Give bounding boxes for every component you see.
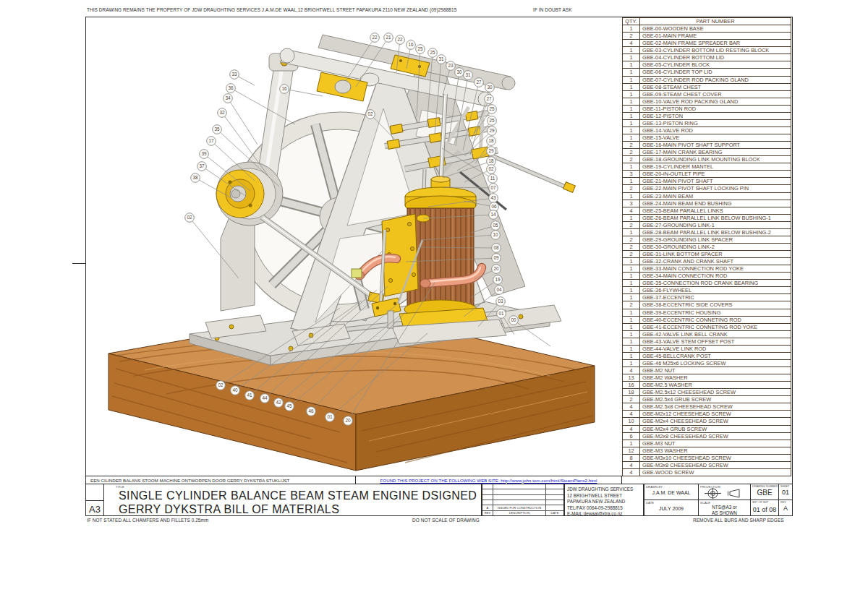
qty-cell: 2 — [623, 236, 640, 243]
part-number-cell: GBE-M2 NUT — [640, 367, 791, 374]
qty-cell: 4 — [623, 469, 640, 476]
part-number-cell: GBE-30-GROUNDING LINK-2 — [640, 244, 791, 250]
table-row: 2GBE-01-MAIN FRAME — [623, 32, 791, 39]
drawing-sheet: THIS DRAWING REMAINS THE PROPERTY OF JDW… — [0, 0, 868, 613]
part-number-cell: GBE-M3x10 CHEESEHEAD SCREW — [640, 455, 791, 461]
qty-cell: 2 — [623, 142, 640, 148]
qty-cell: 1 — [623, 273, 640, 279]
qty-cell: 1 — [623, 353, 640, 359]
balloon-number: 18 — [488, 158, 494, 163]
qty-cell: 2 — [623, 222, 640, 228]
part-number-cell: GBE-05-CYLINDER BLOCK — [640, 61, 791, 68]
sheet-size: A3 — [86, 500, 103, 515]
qty-cell: 1 — [623, 91, 640, 98]
part-number-cell: GBE-22-MAIN PIVOT SHAFT LOCKING PIN — [640, 185, 791, 192]
balloon-number: 33 — [231, 72, 237, 77]
balloon-number: 25 — [489, 118, 495, 123]
part-number-cell: GBE-10-VALVE ROD PACKING GLAND — [640, 98, 791, 105]
part-number-cell: GBE-M2x8 CHEESEHEAD SCREW — [640, 433, 791, 440]
table-row: 2GBE-27-GROUNDING LINK-1 — [623, 221, 791, 228]
qty-cell: 8 — [623, 455, 640, 461]
part-number-cell: GBE-20-IN-OUTLET PIPE — [640, 171, 791, 177]
part-number-cell: GBE-36-FLYWHEEL — [640, 287, 791, 293]
balloon-number: 03 — [498, 299, 503, 304]
part-number-cell: GBE-21-MAIN PIVOT SHAFT — [640, 178, 791, 184]
company-email: E-MAIL:dewaal@xtra.co.nz — [567, 511, 643, 518]
qty-cell: 1 — [623, 54, 640, 61]
balloon-number: 05 — [493, 223, 498, 228]
part-number-cell: GBE-M2.5x4 GRUB SCREW — [640, 396, 791, 403]
table-row: 1GBE-12-PISTON — [623, 112, 791, 119]
table-row: 1GBE-34-MAIN CONNECTION ROD — [623, 272, 791, 279]
table-row: 1GBE-42-VALVE LINK BELL CRANK — [623, 330, 791, 338]
balloon-number: 39 — [201, 151, 207, 156]
part-number-cell: GBE-19-CYLINDER MANTEL — [640, 163, 791, 170]
balloon-number: 01 — [498, 311, 504, 316]
table-row: 1GBE-14-VALVE ROD — [623, 127, 791, 134]
table-row: 8GBE-M3x10 CHEESEHEAD SCREW — [623, 454, 791, 461]
balloon-number: 22 — [372, 35, 378, 40]
balloon-number: 23 — [448, 63, 454, 68]
table-row: 1GBE-23-MAIN BEAM — [623, 192, 791, 200]
table-row: 2GBE-18-GROUNDING LINK MOUNTING BLOCK — [623, 155, 791, 163]
balloon-number: 02 — [367, 111, 373, 116]
qty-cell: 4 — [623, 207, 640, 214]
scale-line1: NTS@A3 or — [699, 505, 750, 510]
qty-cell: 1 — [623, 331, 640, 338]
qty-cell: 1 — [623, 346, 640, 352]
part-number-cell: GBE-35-CONNECTION ROD CRANK BEARING — [640, 280, 791, 286]
balloon-number: 32 — [219, 110, 225, 115]
qty-cell: 1 — [623, 134, 640, 141]
part-number-cell: PART NUMBER — [640, 18, 791, 25]
table-row: 2GBE-38-ECCENTRIC SIDE COVERS — [623, 301, 791, 308]
part-number-cell: GBE-M2.5 WASHER — [640, 382, 791, 388]
qty-cell: 1 — [623, 98, 640, 105]
date-cell: DATE JULY 2009 — [644, 500, 699, 516]
balloon-number: 10 — [493, 232, 498, 237]
part-number-cell: GBE-12-PISTON — [640, 113, 791, 119]
third-angle-projection-icon — [703, 487, 748, 500]
balloon-number: 25 — [417, 46, 423, 51]
part-number-cell: GBE-14-VALVE ROD — [640, 127, 791, 134]
table-row: 1GBE-03-CYLINDER BOTTOM LID RESTING BLOC… — [623, 46, 791, 53]
table-row: 1GBE-10-VALVE ROD PACKING GLAND — [623, 98, 791, 105]
table-row: 1GBE-45-BELLCRANK POST — [623, 352, 791, 359]
part-number-cell: GBE-M2x4 CHEESEHEAD SCREW — [640, 418, 791, 424]
balloon-number: 41 — [247, 393, 252, 398]
part-number-cell: GBE-34-MAIN CONNECTION ROD — [640, 273, 791, 279]
part-number-cell: GBE-01-MAIN FRAME — [640, 33, 791, 39]
table-header-row: QTY.PART NUMBER — [623, 18, 791, 25]
balloon-number: 14 — [490, 212, 496, 217]
part-number-cell: GBE-15-VALVE — [640, 134, 791, 141]
table-row: 2GBE-16-MAIN PIVOT SHAFT SUPPORT — [623, 141, 791, 148]
balloon-number: 31 — [438, 56, 444, 61]
balloon-number: 38 — [192, 175, 198, 180]
part-number-cell: GBE-M2x12 CHEESEHEAD SCREW — [640, 411, 791, 417]
balloon-number: 30 — [456, 69, 462, 74]
table-row: 1GBE-05-CYLINDER BLOCK — [623, 61, 791, 68]
company-phone: TEL/FAX 0064-09-2988815 — [567, 505, 643, 512]
qty-cell: 1 — [623, 106, 640, 112]
table-row: 1GBE-04-CYLINDER BOTTOM LID — [623, 53, 791, 61]
qty-cell: 4 — [623, 462, 640, 468]
qty-cell: 1 — [623, 360, 640, 366]
part-number-cell: GBE-16-MAIN PIVOT SHAFT SUPPORT — [640, 142, 791, 148]
part-number-cell: GBE-18-GROUNDING LINK MOUNTING BLOCK — [640, 156, 791, 163]
balloon-number: 16 — [281, 86, 287, 91]
qty-cell: 1 — [623, 163, 640, 170]
qty-cell: 1 — [623, 309, 640, 316]
balloon-number: 30 — [487, 85, 493, 90]
table-row: 2GBE-22-MAIN PIVOT SHAFT LOCKING PIN — [623, 184, 791, 192]
chamfers-note: IF NOT STATED ALL CHAMFERS AND FILLETS 0… — [87, 518, 208, 523]
qty-cell: 6 — [623, 433, 640, 440]
qty-cell: 4 — [623, 411, 640, 417]
rev-value: A — [779, 505, 792, 512]
part-number-cell: GBE-00-WOODEN BASE — [640, 25, 791, 32]
balloon-number: 19 — [495, 277, 501, 282]
qty-cell: 1 — [623, 113, 640, 119]
revision-header: REV DESCRIPTION DATE — [482, 510, 563, 515]
table-row: 1GBE-44-VALVE LINK ROD — [623, 345, 791, 352]
qty-cell: 2 — [623, 301, 640, 308]
table-row: 4GBE-M2 NUT — [623, 366, 791, 374]
part-number-cell: GBE-08-STEAM CHEST — [640, 84, 791, 90]
